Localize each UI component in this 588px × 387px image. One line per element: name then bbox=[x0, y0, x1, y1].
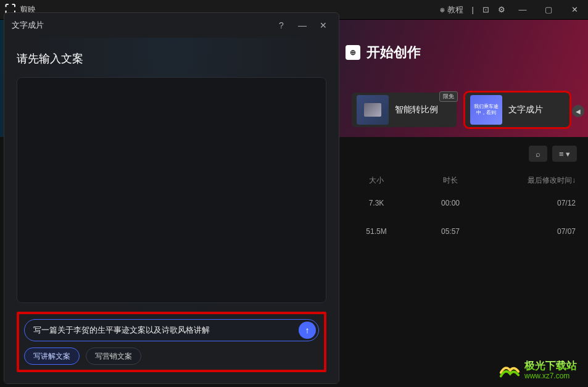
scroll-left-arrow[interactable]: ◀ bbox=[572, 105, 584, 117]
text-to-video-thumb: 我们乘车途中，看到 bbox=[470, 95, 502, 125]
settings-icon[interactable]: ⚙ bbox=[498, 5, 505, 14]
ai-input-group: ↑ 写讲解文案 写营销文案 bbox=[17, 312, 326, 372]
modal-titlebar: 文字成片 ? — ✕ bbox=[4, 13, 339, 38]
cell-modified: 07/07 bbox=[494, 227, 582, 236]
text-to-video-label: 文字成片 bbox=[508, 104, 543, 115]
limited-badge: 限免 bbox=[439, 91, 458, 102]
table-row[interactable]: 7.3K 00:00 07/12 bbox=[346, 189, 582, 217]
send-button[interactable]: ↑ bbox=[299, 322, 316, 339]
watermark: 极光下载站 www.xz7.com bbox=[497, 359, 577, 382]
feature-text-to-video[interactable]: 我们乘车途中，看到 文字成片 bbox=[465, 93, 570, 127]
search-button[interactable]: ⌕ bbox=[529, 146, 547, 162]
table-header: 大小 时长 最后修改时间↓ bbox=[346, 172, 582, 189]
sort-button[interactable]: ≡ ▾ bbox=[552, 146, 577, 162]
watermark-text: 极光下载站 www.xz7.com bbox=[524, 360, 577, 380]
close-button[interactable]: ✕ bbox=[566, 1, 583, 19]
start-creation-header: ⊕ 开始创作 bbox=[346, 43, 421, 62]
cell-modified: 07/12 bbox=[494, 199, 582, 207]
start-creation-icon: ⊕ bbox=[346, 45, 360, 60]
preset-row: 写讲解文案 写营销文案 bbox=[24, 347, 319, 365]
watermark-name: 极光下载站 bbox=[524, 360, 577, 372]
prompt-heading: 请先输入文案 bbox=[17, 51, 326, 66]
search-icon: ⌕ bbox=[536, 149, 540, 159]
feature-smart-ratio[interactable]: 智能转比例 限免 bbox=[352, 93, 457, 127]
preset-explain-button[interactable]: 写讲解文案 bbox=[24, 347, 80, 365]
list-toolbar: ⌕ ≡ ▾ bbox=[529, 146, 577, 162]
minimize-button[interactable]: — bbox=[514, 1, 531, 19]
modal-close-button[interactable]: ✕ bbox=[315, 17, 331, 33]
project-table: 大小 时长 最后修改时间↓ 7.3K 00:00 07/12 51.5M 05:… bbox=[346, 172, 582, 246]
start-creation-label: 开始创作 bbox=[366, 43, 421, 62]
modal-title: 文字成片 bbox=[12, 20, 44, 31]
smart-ratio-thumb bbox=[357, 95, 389, 125]
cell-duration: 05:57 bbox=[407, 227, 494, 236]
modal-minimize-button[interactable]: — bbox=[294, 17, 310, 33]
help-button[interactable]: ? bbox=[273, 17, 289, 33]
watermark-icon bbox=[497, 359, 521, 382]
title-right-controls: ⎈ 教程 | ⊡ ⚙ — ▢ ✕ bbox=[440, 1, 583, 19]
watermark-url: www.xz7.com bbox=[524, 372, 577, 380]
smart-ratio-label: 智能转比例 bbox=[395, 104, 438, 115]
col-duration[interactable]: 时长 bbox=[407, 175, 494, 186]
sort-icon: ≡ ▾ bbox=[559, 149, 570, 159]
modal-body: 请先输入文案 ↑ 写讲解文案 写营销文案 bbox=[4, 38, 339, 383]
cell-size: 51.5M bbox=[346, 227, 407, 236]
cell-size: 7.3K bbox=[346, 199, 407, 207]
preset-marketing-button[interactable]: 写营销文案 bbox=[86, 347, 141, 365]
ai-prompt-input[interactable] bbox=[33, 326, 294, 335]
ai-input-row: ↑ bbox=[24, 319, 319, 341]
text-to-video-modal: 文字成片 ? — ✕ 请先输入文案 ↑ 写讲解文案 写营销文案 bbox=[4, 12, 339, 384]
feedback-icon[interactable]: ⊡ bbox=[482, 5, 489, 14]
maximize-button[interactable]: ▢ bbox=[540, 1, 557, 19]
feature-row: 智能转比例 限免 我们乘车途中，看到 文字成片 bbox=[352, 93, 569, 127]
table-row[interactable]: 51.5M 05:57 07/07 bbox=[346, 217, 582, 246]
help-icon: ? bbox=[279, 20, 284, 30]
col-size[interactable]: 大小 bbox=[346, 175, 407, 186]
script-textarea[interactable] bbox=[17, 77, 326, 303]
col-modified[interactable]: 最后修改时间↓ bbox=[494, 175, 582, 186]
tutorial-link[interactable]: ⎈ 教程 bbox=[440, 4, 463, 15]
divider: | bbox=[472, 5, 474, 14]
cell-duration: 00:00 bbox=[407, 199, 494, 207]
arrow-up-icon: ↑ bbox=[305, 325, 310, 335]
